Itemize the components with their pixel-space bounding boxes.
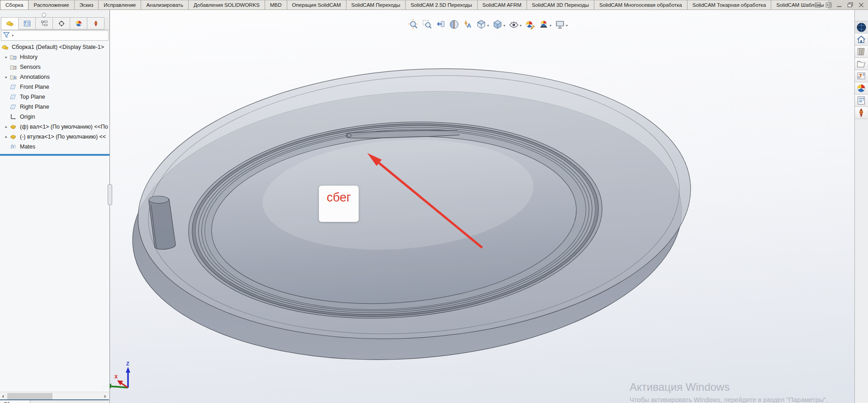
command-tab[interactable]: MBD (265, 0, 287, 10)
hud-previous-view[interactable] (436, 19, 446, 31)
history-folder-icon (10, 54, 19, 60)
tree-item[interactable]: Mates (0, 142, 109, 152)
command-tab[interactable]: SolidCAM 2.5D Переходы (406, 0, 478, 10)
commandmanager-tabbar: СборкаРасположениеЭскизИсправлениеАнализ… (0, 0, 868, 10)
zoom-to-area-icon (422, 19, 432, 31)
tree-item-label: Sensors (19, 64, 41, 70)
plane-icon (10, 94, 19, 100)
expand-arrow-icon[interactable]: ▸ (3, 125, 10, 129)
view-orientation-icon (476, 19, 486, 31)
manager-tab-configuration-manager[interactable] (36, 17, 53, 29)
dropdown-caret-icon[interactable]: ▾ (503, 24, 505, 28)
hud-annotation-views[interactable]: A (463, 19, 473, 31)
manager-tab-solidcam-manager[interactable] (87, 17, 104, 29)
expand-arrow-icon[interactable]: ▸ (3, 55, 10, 59)
panel-collapse-icon[interactable] (42, 13, 46, 17)
expand-arrow-icon[interactable]: ▸ (3, 134, 10, 139)
triad-z-label: Z (126, 361, 129, 366)
command-tab[interactable]: Операция SolidCAM (287, 0, 346, 10)
command-tab[interactable]: SolidCAM 3D Переходы (527, 0, 594, 10)
hide-show-items-icon (509, 19, 519, 31)
runout-callout-label: сбег (327, 191, 351, 205)
document-tab[interactable]: Сборка (0, 400, 30, 403)
runout-callout: сбег (319, 186, 359, 222)
manager-tab-display-manager[interactable] (70, 17, 87, 29)
sensors-folder-icon (10, 64, 19, 70)
tree-item[interactable]: Front Plane (0, 82, 109, 92)
dock-pane-right-icon[interactable] (825, 2, 832, 8)
edit-appearance-icon (525, 19, 535, 31)
tree-item[interactable]: ▸(-) втулка<1> (По умолчанию) << (0, 132, 109, 142)
command-tab[interactable]: Добавления SOLIDWORKS (189, 0, 265, 10)
close-icon[interactable] (858, 2, 864, 8)
hud-section-view[interactable] (449, 19, 459, 31)
plane-icon (10, 104, 19, 110)
tree-item-label: (-) втулка<1> (По умолчанию) << (19, 134, 106, 140)
window-controls (814, 1, 864, 9)
hud-edit-appearance[interactable] (525, 19, 535, 31)
plane-icon (10, 84, 19, 90)
scrollbar-thumb[interactable] (7, 393, 52, 399)
command-tab[interactable]: Сборка (0, 0, 28, 10)
command-tab[interactable]: Расположение (28, 0, 74, 10)
command-tab[interactable]: Исправление (99, 0, 141, 10)
task-pane-tab-custom-properties[interactable] (855, 95, 868, 107)
hud-apply-scene[interactable]: ▾ (539, 19, 551, 31)
command-tab[interactable]: SolidCAM Токарная обработка (688, 0, 772, 10)
tree-item[interactable]: Сборка1 (Default) <Display State-1> (0, 42, 109, 52)
panel-splitter-handle[interactable] (108, 184, 112, 205)
task-pane-tab-home[interactable] (855, 34, 868, 46)
manager-tab-feature-manager[interactable] (1, 17, 19, 29)
tree-item-label: History (19, 54, 38, 60)
command-tab[interactable]: SolidCAM Переходы (346, 0, 406, 10)
command-tab[interactable]: SolidCAM AFRM (478, 0, 527, 10)
zoom-to-fit-icon (408, 19, 418, 31)
hud-view-orientation[interactable]: ▾ (476, 19, 489, 31)
hud-view-settings[interactable]: ▾ (555, 19, 568, 31)
tree-item[interactable]: Origin (0, 112, 109, 122)
tree-filter[interactable]: ▾ (1, 30, 109, 41)
heads-up-view-toolbar: A▾▾▾▾▾ (408, 20, 568, 31)
command-tab[interactable]: Анализировать (141, 0, 188, 10)
assembly-model[interactable] (0, 10, 868, 403)
rollback-bar[interactable] (0, 154, 109, 156)
graphics-area[interactable]: A▾▾▾▾▾ сбег Активация Windows Чтобы акти… (0, 10, 868, 403)
tree-item[interactable]: ▸(ф) вал<1> (По умолчанию) <<По (0, 122, 109, 132)
expand-arrow-icon[interactable]: ▸ (3, 75, 10, 79)
task-pane-tab-design-library[interactable] (855, 46, 868, 58)
origin-icon (10, 114, 19, 120)
dropdown-caret-icon[interactable]: ▾ (487, 24, 489, 28)
section-view-icon (449, 19, 459, 31)
minimize-icon[interactable] (836, 2, 843, 8)
task-pane-tab-solidworks-resources[interactable] (855, 21, 868, 34)
command-tab[interactable]: Эскиз (75, 0, 99, 10)
tree-item[interactable]: ▸History (0, 52, 109, 62)
hud-display-style[interactable]: ▾ (493, 19, 505, 31)
tree-item-label: Сборка1 (Default) <Display State-1> (11, 44, 104, 50)
task-pane-tab-appearances-scenes[interactable] (855, 82, 868, 95)
previous-view-icon (436, 19, 446, 31)
hud-zoom-to-area[interactable] (422, 19, 432, 31)
watermark-subtitle: Чтобы активировать Windows, перейдите в … (630, 396, 828, 403)
task-pane-tab-solidcam-tools[interactable] (855, 107, 868, 119)
filter-caret-icon: ▾ (12, 34, 14, 38)
command-tab[interactable]: SolidCAM Многоосевая обработка (594, 0, 688, 10)
hud-hide-show-items[interactable]: ▾ (509, 19, 522, 31)
dropdown-caret-icon[interactable]: ▾ (550, 24, 551, 28)
tree-item[interactable]: ▸AAnnotations (0, 72, 109, 82)
task-pane-tab-view-palette[interactable] (855, 70, 868, 82)
manager-tab-property-manager[interactable] (19, 17, 36, 29)
dock-pane-left-icon[interactable] (814, 2, 821, 8)
tree-item[interactable]: Sensors (0, 62, 109, 72)
triad-x-label: X (114, 374, 118, 379)
hud-zoom-to-fit[interactable] (408, 19, 418, 31)
restore-icon[interactable] (847, 2, 854, 8)
dropdown-caret-icon[interactable]: ▾ (566, 24, 568, 28)
manager-tab-dimxpert-manager[interactable] (53, 17, 70, 29)
tree-item[interactable]: Right Plane (0, 102, 109, 112)
part-icon (10, 134, 19, 139)
document-tab-strip: Сборка (0, 399, 109, 403)
task-pane-tab-file-explorer[interactable] (855, 58, 868, 70)
tree-item[interactable]: Top Plane (0, 92, 109, 102)
dropdown-caret-icon[interactable]: ▾ (520, 24, 522, 28)
